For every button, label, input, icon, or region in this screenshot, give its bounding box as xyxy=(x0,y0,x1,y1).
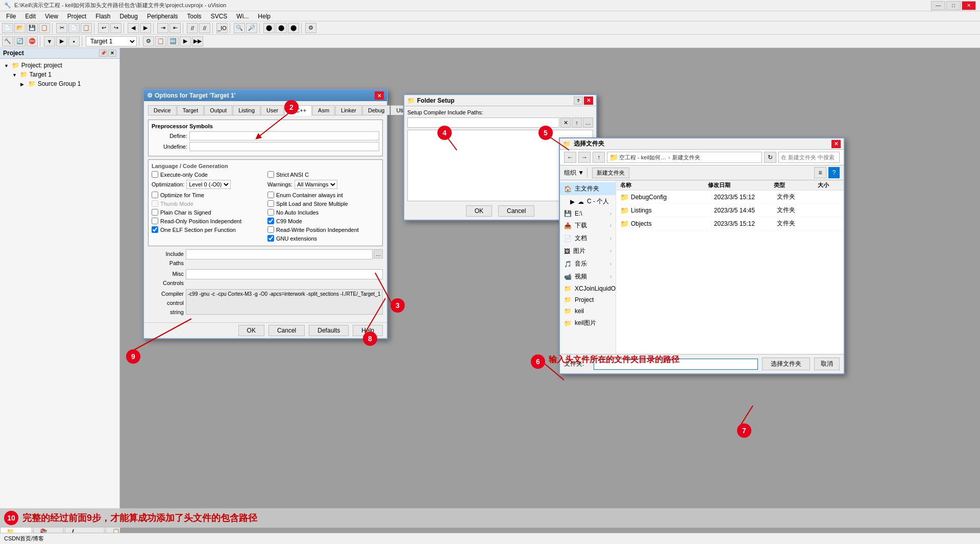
tab-debug[interactable]: Debug xyxy=(362,105,390,115)
tab-user[interactable]: User xyxy=(261,105,284,115)
tab-cpp[interactable]: C/C++ xyxy=(284,105,312,115)
folder-x-btn[interactable]: ✕ xyxy=(560,117,571,128)
warnings-select[interactable]: All Warnings xyxy=(295,180,337,189)
nav-refresh[interactable]: ↻ xyxy=(764,152,776,163)
file-row-2[interactable]: 📁 Objects 2023/3/5 15:12 文件夹 xyxy=(616,217,844,230)
extra2-btn[interactable]: ⬤ xyxy=(276,23,287,33)
new-folder-btn[interactable]: 新建文件夹 xyxy=(592,168,629,178)
menu-debug[interactable]: Debug xyxy=(116,12,142,20)
panel-close-btn[interactable]: ✕ xyxy=(108,50,116,57)
c99-cb[interactable] xyxy=(267,218,274,224)
help-button[interactable]: Help xyxy=(353,325,383,336)
panel-pin-btn[interactable]: 📌 xyxy=(99,50,107,57)
tab-target[interactable]: Target xyxy=(177,105,204,115)
sidebar-pictures[interactable]: 🖼 图片 › xyxy=(560,245,616,257)
run2-btn[interactable]: ▶▶ xyxy=(192,36,203,46)
sidebar-e-drive[interactable]: 💾 E:\ › xyxy=(560,208,616,219)
read-only-cb[interactable] xyxy=(152,218,158,224)
nav-fwd-btn[interactable]: ▶ xyxy=(140,23,151,33)
undo-btn[interactable]: ↩ xyxy=(98,23,109,33)
sidebar-xc[interactable]: 📁 XCJoinLiquidO xyxy=(560,283,616,294)
options-btn[interactable]: ⚙ xyxy=(143,36,154,46)
tree-target[interactable]: ▼ 📁 Target 1 xyxy=(0,70,119,79)
close-btn[interactable]: ✕ xyxy=(962,1,976,10)
extra1-btn[interactable]: ⬤ xyxy=(263,23,275,33)
define-input[interactable] xyxy=(189,131,379,140)
file-row-0[interactable]: 📁 DebugConfig 2023/3/5 15:12 文件夹 xyxy=(616,191,844,204)
tree-source-group[interactable]: ▶ 📁 Source Group 1 xyxy=(0,79,119,88)
debug-stop-btn[interactable]: ▪ xyxy=(68,36,80,46)
redo-btn[interactable]: ↪ xyxy=(110,23,121,33)
options-dialog-close[interactable]: ✕ xyxy=(375,91,384,100)
folder-help-btn[interactable]: ? xyxy=(574,97,583,105)
enum-container-cb[interactable] xyxy=(267,192,274,198)
plain-char-cb[interactable] xyxy=(152,209,158,216)
target-selector[interactable]: Target 1 xyxy=(86,36,137,46)
copy-btn[interactable]: 📄 xyxy=(68,23,80,33)
tab-output[interactable]: Output xyxy=(204,105,232,115)
gnu-ext-cb[interactable] xyxy=(267,235,274,242)
folder-cancel-btn[interactable]: Cancel xyxy=(498,205,534,217)
menu-help[interactable]: Help xyxy=(254,12,275,20)
menu-wi[interactable]: Wi... xyxy=(232,12,253,20)
sidebar-docs[interactable]: 📄 文档 › xyxy=(560,232,616,245)
ok-button[interactable]: OK xyxy=(238,325,264,336)
organize-btn[interactable]: 组织 ▼ xyxy=(564,169,584,177)
cut-btn[interactable]: ✂ xyxy=(56,23,67,33)
menu-flash[interactable]: Flash xyxy=(91,12,114,20)
save-btn[interactable]: 💾 xyxy=(27,23,38,33)
load-btn[interactable]: ▼ xyxy=(44,36,55,46)
save-all-btn[interactable]: 📋 xyxy=(39,23,50,33)
nav-back-btn[interactable]: ◀ xyxy=(128,23,139,33)
sidebar-keil-img[interactable]: 📁 keil图片 xyxy=(560,317,616,329)
tab-asm[interactable]: Asm xyxy=(312,105,335,115)
cancel-button[interactable]: Cancel xyxy=(268,325,305,336)
nav-forward[interactable]: → xyxy=(578,152,591,163)
tab-linker[interactable]: Linker xyxy=(335,105,362,115)
minimize-btn[interactable]: — xyxy=(931,1,945,10)
uncomment-btn[interactable]: // xyxy=(199,23,210,33)
sidebar-project[interactable]: 📁 Project xyxy=(560,294,616,305)
build-target-btn[interactable]: 🔨 xyxy=(2,36,13,46)
folder-browse-btn[interactable]: … xyxy=(583,117,593,128)
optimization-select[interactable]: Level 0 (-O0) xyxy=(186,180,231,189)
tab-device[interactable]: Device xyxy=(148,105,177,115)
thumb-mode-cb[interactable] xyxy=(152,200,158,207)
search-btn[interactable]: 🔍 xyxy=(234,23,245,33)
nav-up[interactable]: ↑ xyxy=(593,152,605,163)
sidebar-c-personal[interactable]: ▶ ☁ C - 个人 xyxy=(560,195,616,208)
translate-btn[interactable]: 🔤 xyxy=(167,36,179,46)
split-load-cb[interactable] xyxy=(267,200,274,207)
file-dialog-close[interactable]: ✕ xyxy=(831,140,841,148)
search-input[interactable] xyxy=(778,152,840,163)
new-file-btn[interactable]: 📄 xyxy=(2,23,13,33)
folder-ok-btn[interactable]: OK xyxy=(466,205,492,217)
folder-up-btn[interactable]: ↑ xyxy=(572,117,582,128)
help-btn[interactable]: ? xyxy=(828,167,840,178)
indent-btn[interactable]: ⇥ xyxy=(157,23,168,33)
stop-build-btn[interactable]: ⛔ xyxy=(27,36,38,46)
one-elf-cb[interactable] xyxy=(152,226,158,233)
sidebar-music[interactable]: 🎵 音乐 › xyxy=(560,257,616,270)
debug-start-btn[interactable]: ▶ xyxy=(56,36,67,46)
folder-dialog-titlebar[interactable]: 📁 Folder Setup ? ✕ xyxy=(404,95,596,106)
io-btn[interactable]: _IO xyxy=(216,23,228,33)
unindent-btn[interactable]: ⇤ xyxy=(169,23,181,33)
view-btn[interactable]: ≡ xyxy=(814,167,826,178)
file-dialog-titlebar[interactable]: 📁 选择文件夹 ✕ xyxy=(560,138,844,150)
strict-ansi-cb[interactable] xyxy=(267,171,274,178)
sidebar-downloads[interactable]: 📥 下载 › xyxy=(560,219,616,232)
undefine-input[interactable] xyxy=(189,142,379,151)
sidebar-zhuwenjian[interactable]: 🏠 主文件夹 xyxy=(560,182,616,195)
comment-btn[interactable]: // xyxy=(187,23,198,33)
menu-edit[interactable]: Edit xyxy=(21,12,40,20)
settings-btn[interactable]: ⚙ xyxy=(305,23,316,33)
paste-btn[interactable]: 📋 xyxy=(81,23,92,33)
execute-only-cb[interactable] xyxy=(152,171,158,178)
nav-back[interactable]: ← xyxy=(564,152,576,163)
sidebar-video[interactable]: 📹 视频 › xyxy=(560,270,616,283)
optimize-time-cb[interactable] xyxy=(152,192,158,198)
file-row-1[interactable]: 📁 Listings 2023/3/5 14:45 文件夹 xyxy=(616,204,844,217)
extra3-btn[interactable]: ⬤ xyxy=(288,23,299,33)
run-btn[interactable]: ▶ xyxy=(180,36,191,46)
